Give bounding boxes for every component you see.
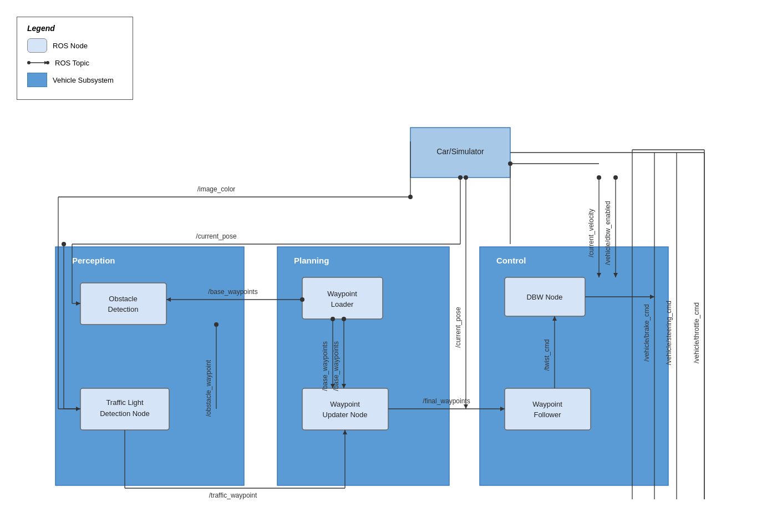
- throttle-cmd-label: /vehicle/throttle_cmd: [693, 302, 700, 363]
- obstacle-waypoint-dot: [214, 322, 219, 327]
- traffic-waypoint-label: /traffic_waypoint: [209, 492, 257, 499]
- obstacle-detection-label2: Detection: [108, 305, 139, 313]
- base-waypoints-v2-label: /base_waypoints: [332, 341, 340, 391]
- dbw-enabled-dot: [613, 175, 618, 180]
- image-color-label: /image_color: [197, 185, 236, 193]
- obstacle-detection-label: Obstacle: [109, 295, 137, 303]
- waypoint-loader-label: Waypoint: [327, 290, 357, 298]
- steering-cmd-label: /vehicle/steering_cmd: [665, 301, 673, 365]
- current-pose-dot: [62, 242, 66, 246]
- base-waypoints-v1-dot: [331, 317, 335, 321]
- current-pose-v2-dot: [464, 175, 468, 180]
- traffic-light-label2: Detection Node: [100, 409, 150, 418]
- base-waypoints-v1-label: /base_waypoints: [321, 341, 329, 391]
- waypoint-follower-label2: Follower: [534, 411, 561, 419]
- perception-label: Perception: [72, 256, 115, 265]
- architecture-diagram: Perception Planning Control Car/Simulato…: [0, 0, 772, 532]
- waypoint-loader-node: [302, 277, 383, 319]
- current-pose-v2-label: /current_pose: [454, 307, 462, 348]
- base-waypoints-label: /base_waypoints: [208, 288, 257, 296]
- waypoint-updater-label: Waypoint: [330, 400, 360, 408]
- diagram-container: Legend ROS Node ROS Topic Vehicle Subsys…: [0, 0, 772, 532]
- dbw-enabled-label: /vehicle/dbw_enabled: [604, 201, 612, 265]
- current-velocity-dot: [597, 175, 601, 180]
- twist-cmd-label: /twist_cmd: [543, 340, 551, 371]
- waypoint-follower-label: Waypoint: [532, 400, 562, 408]
- waypoint-loader-label2: Loader: [331, 300, 354, 308]
- current-pose-car-dot: [458, 175, 463, 180]
- obstacle-waypoint-label: /obstacle_waypoint: [205, 359, 212, 417]
- current-pose-label: /current_pose: [196, 232, 237, 240]
- waypoint-follower-node: [505, 388, 591, 430]
- base-waypoints-dot: [300, 297, 304, 302]
- waypoint-updater-label2: Updater Node: [323, 411, 368, 419]
- car-simulator-label: Car/Simulator: [436, 147, 484, 156]
- traffic-light-label: Traffic Light: [106, 398, 144, 407]
- obstacle-detection-node: [80, 283, 166, 325]
- current-pose-v2-arrow: [464, 404, 468, 409]
- current-velocity-label: /current_velocity: [587, 209, 595, 257]
- brake-cmd-label: /vehicle/brake_cmd: [643, 304, 651, 361]
- base-waypoints-v2-dot: [342, 317, 346, 321]
- planning-label: Planning: [294, 256, 329, 265]
- waypoint-updater-node: [302, 388, 388, 430]
- final-waypoints-label: /final_waypoints: [423, 397, 470, 405]
- dbw-node-label: DBW Node: [526, 293, 562, 301]
- control-label: Control: [496, 256, 526, 265]
